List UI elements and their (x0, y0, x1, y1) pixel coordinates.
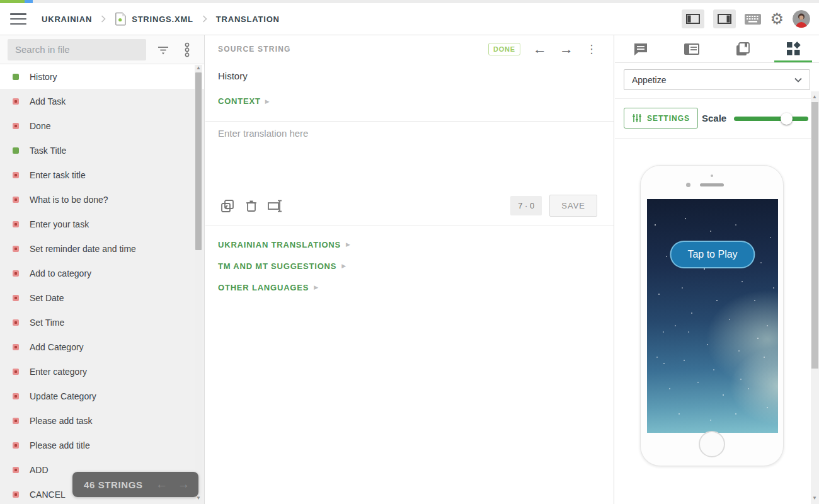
active-tab-indicator (774, 60, 812, 62)
string-options-menu-icon[interactable]: ⋮ (586, 43, 597, 55)
string-label: Please add task (30, 416, 93, 426)
string-list-item[interactable]: Enter category (0, 359, 204, 384)
breadcrumb-file[interactable]: STRINGS.XML (132, 14, 193, 24)
panel-scrollbar-thumb[interactable] (811, 102, 818, 369)
string-label: Update Category (30, 391, 96, 401)
translation-input[interactable] (218, 128, 601, 188)
tab-comments[interactable] (615, 35, 666, 62)
string-list-item[interactable]: Update Category (0, 384, 204, 408)
sidebar-search-bar (0, 35, 204, 64)
keyboard-shortcuts-icon[interactable] (745, 14, 761, 25)
status-marker-icon (13, 295, 19, 301)
main-menu-icon[interactable] (10, 13, 26, 25)
top-bar: UKRAINIAN STRINGS.XML TRANSLATION ⚙ (0, 3, 819, 35)
device-preview-phone: Tap to Play (640, 165, 784, 466)
user-avatar[interactable] (793, 10, 810, 28)
char-word-counter: 7 · 0 (510, 196, 542, 215)
string-list-item[interactable]: Add to category (0, 261, 204, 285)
string-list-item[interactable]: Enter your task (0, 212, 204, 236)
status-marker-icon (13, 467, 19, 473)
string-label: Task Title (30, 146, 66, 156)
editor-section-toggle[interactable]: UKRAINIAN TRANSLATIONS ▶ (218, 234, 601, 255)
expand-triangle-icon: ▶ (341, 263, 346, 269)
string-list-item[interactable]: Enter task title (0, 163, 204, 187)
next-page-button[interactable]: → (178, 478, 190, 491)
tab-glossary-pages[interactable] (717, 35, 768, 62)
string-list: History Add Task Done Task Title Enter t… (0, 64, 204, 504)
string-label: Set Date (30, 293, 64, 303)
clear-translation-trash-icon[interactable] (239, 195, 263, 217)
sidebar-scrollbar: ▲ ▼ (195, 65, 202, 501)
string-label: CANCEL (30, 490, 66, 500)
chevron-down-icon (794, 77, 802, 83)
status-marker-icon (13, 344, 19, 350)
string-label: Enter your task (30, 219, 89, 229)
layout-right-panel-button[interactable] (713, 9, 736, 28)
status-marker-icon (13, 393, 19, 399)
context-label: CONTEXT (218, 96, 261, 106)
chevron-right-icon (101, 15, 106, 23)
strings-count-pill: 46 STRINGS ← → (72, 472, 198, 497)
scroll-up-icon[interactable]: ▲ (195, 65, 202, 71)
settings-gear-icon[interactable]: ⚙ (770, 11, 784, 26)
string-list-item[interactable]: Please add title (0, 433, 204, 457)
context-toggle[interactable]: CONTEXT ▶ (205, 81, 614, 106)
string-label: Set reminder date and time (30, 244, 136, 254)
string-list-item[interactable]: Add Task (0, 89, 204, 113)
tap-to-play-button[interactable]: Tap to Play (670, 241, 755, 268)
filter-icon[interactable] (152, 39, 174, 60)
status-marker-icon (13, 246, 19, 252)
editor-section-toggle[interactable]: OTHER LANGUAGES ▶ (218, 277, 601, 298)
status-marker-icon (13, 74, 19, 80)
device-select[interactable]: Appetize (624, 69, 810, 90)
phone-screen: Tap to Play (647, 199, 778, 433)
string-list-item[interactable]: Add Category (0, 335, 204, 359)
scroll-up-icon[interactable]: ▲ (811, 94, 818, 100)
next-string-button[interactable]: → (559, 42, 573, 56)
string-list-item[interactable]: History (0, 64, 204, 89)
layout-left-panel-button[interactable] (682, 9, 704, 28)
status-marker-icon (13, 418, 19, 424)
string-list-item[interactable]: Done (0, 113, 204, 138)
string-list-item[interactable]: Set reminder date and time (0, 236, 204, 261)
phone-speaker (700, 183, 724, 186)
string-list-item[interactable]: Set Time (0, 310, 204, 335)
panel-tab-bar (615, 35, 819, 63)
source-string-label: SOURCE STRING (218, 45, 291, 54)
sidebar-more-menu-icon[interactable] (176, 39, 198, 60)
sidebar-scrollbar-thumb[interactable] (195, 72, 202, 250)
search-input[interactable] (8, 39, 146, 60)
scroll-down-icon[interactable]: ▼ (811, 495, 818, 501)
editor-section-toggle[interactable]: TM AND MT SUGGESTIONS ▶ (218, 255, 601, 277)
prev-page-button[interactable]: ← (156, 478, 168, 491)
breadcrumb-language[interactable]: UKRAINIAN (42, 14, 92, 24)
select-text-icon[interactable] (263, 195, 287, 217)
scale-slider[interactable] (734, 113, 808, 124)
string-label: Enter task title (30, 170, 86, 180)
string-list-item[interactable]: Task Title (0, 138, 204, 163)
string-label: Add Task (30, 96, 66, 106)
string-label: Enter category (30, 367, 87, 377)
status-marker-icon (13, 221, 19, 227)
string-list-item[interactable]: What is to be done? (0, 187, 204, 212)
copy-source-icon[interactable] (215, 195, 239, 217)
section-label: UKRAINIAN TRANSLATIONS (218, 240, 341, 249)
string-list-item[interactable]: Please add task (0, 408, 204, 433)
strings-sidebar: History Add Task Done Task Title Enter t… (0, 35, 205, 504)
settings-button[interactable]: SETTINGS (624, 108, 698, 129)
string-list-item[interactable]: Set Date (0, 285, 204, 310)
phone-sensor-dot (711, 175, 713, 177)
tab-terms[interactable] (666, 35, 717, 62)
device-select-value: Appetize (632, 75, 666, 85)
save-button[interactable]: SAVE (549, 195, 597, 217)
scale-slider-thumb[interactable] (781, 113, 793, 125)
crowdin-editor-app: UKRAINIAN STRINGS.XML TRANSLATION ⚙ (0, 0, 819, 504)
string-label: Set Time (30, 318, 64, 328)
breadcrumb-section: TRANSLATION (216, 14, 280, 24)
tab-apps[interactable] (768, 35, 819, 62)
scale-slider-track[interactable] (734, 117, 808, 121)
chevron-right-icon (202, 15, 207, 23)
previous-string-button[interactable]: ← (533, 42, 547, 56)
expand-triangle-icon: ▶ (346, 241, 350, 248)
phone-home-button[interactable] (699, 431, 725, 457)
